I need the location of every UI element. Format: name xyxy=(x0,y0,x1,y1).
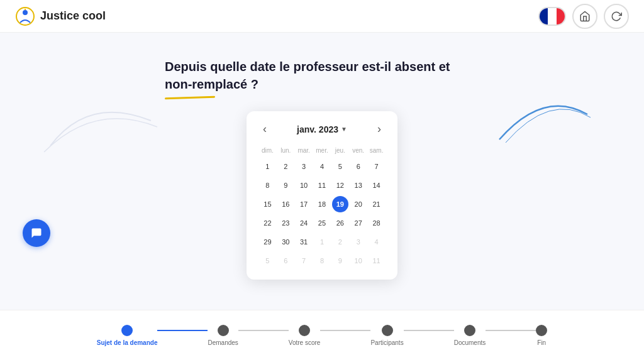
step-label-1: Sujet de la demande xyxy=(97,339,158,346)
calendar-day[interactable]: 8 xyxy=(259,177,275,194)
flag-blue xyxy=(540,8,548,25)
step-dot-2 xyxy=(218,325,229,336)
calendar-day-other[interactable]: 4 xyxy=(369,234,385,250)
calendar-day[interactable]: 24 xyxy=(296,215,312,231)
step-connector-2 xyxy=(238,330,289,331)
calendar-day[interactable]: 4 xyxy=(314,158,330,175)
step-dot-5 xyxy=(464,325,475,336)
calendar-day[interactable]: 6 xyxy=(350,158,367,175)
weekday-sat: sam. xyxy=(368,145,385,156)
calendar-day-other[interactable]: 11 xyxy=(369,253,385,269)
calendar-next-button[interactable]: › xyxy=(374,121,385,137)
calendar-day[interactable]: 16 xyxy=(277,196,294,212)
calendar-day-other[interactable]: 9 xyxy=(332,253,348,269)
calendar-day[interactable]: 3 xyxy=(296,158,312,175)
svg-point-1 xyxy=(23,10,28,15)
calendar-day[interactable]: 9 xyxy=(277,177,294,194)
calendar-day[interactable]: 20 xyxy=(350,196,367,212)
step-dot-6 xyxy=(536,325,547,336)
step-connector-4 xyxy=(404,330,454,331)
calendar-day[interactable]: 28 xyxy=(369,215,385,231)
calendar-day-other[interactable]: 1 xyxy=(314,234,330,250)
step-score: Votre score xyxy=(289,325,321,346)
step-label-5: Documents xyxy=(454,339,486,346)
calendar-day[interactable]: 15 xyxy=(259,196,275,212)
calendar-day-other[interactable]: 5 xyxy=(259,253,275,269)
weekday-thu: jeu. xyxy=(331,145,348,156)
calendar-day[interactable]: 2 xyxy=(277,158,294,175)
calendar-day[interactable]: 29 xyxy=(259,234,275,250)
step-fin: Fin xyxy=(536,325,547,346)
language-flag-button[interactable] xyxy=(538,7,566,26)
calendar-day[interactable]: 14 xyxy=(369,177,385,194)
step-dot-3 xyxy=(299,325,310,336)
calendar-day-other[interactable]: 10 xyxy=(350,253,367,269)
step-label-2: Demandes xyxy=(208,339,238,346)
calendar-day[interactable]: 23 xyxy=(277,215,294,231)
flag-white xyxy=(548,8,556,25)
home-button[interactable] xyxy=(572,4,597,29)
step-connector-1 xyxy=(157,330,208,331)
deco-left xyxy=(38,83,164,158)
header-actions xyxy=(538,4,629,29)
calendar: ‹ janv. 2023 ▼ › dim. lun. mar. mer. jeu… xyxy=(247,111,397,280)
calendar-day-selected[interactable]: 19 xyxy=(332,196,348,212)
logo-text: Justice cool xyxy=(40,9,106,23)
deco-right xyxy=(493,83,594,146)
calendar-month-label: janv. 2023 xyxy=(297,124,338,134)
step-documents: Documents xyxy=(454,325,486,346)
calendar-prev-button[interactable]: ‹ xyxy=(259,121,270,137)
calendar-grid: dim. lun. mar. mer. jeu. ven. sam. 1 2 3… xyxy=(259,145,385,270)
calendar-day[interactable]: 11 xyxy=(314,177,330,194)
calendar-day[interactable]: 27 xyxy=(350,215,367,231)
main-content: Depuis quelle date le professeur est-il … xyxy=(0,33,644,310)
step-sujet: Sujet de la demande xyxy=(97,325,158,346)
calendar-month-selector[interactable]: janv. 2023 ▼ xyxy=(297,124,347,134)
app-header: Justice cool xyxy=(0,0,644,33)
calendar-day[interactable]: 31 xyxy=(296,234,312,250)
calendar-day-other[interactable]: 7 xyxy=(296,253,312,269)
calendar-day[interactable]: 5 xyxy=(332,158,348,175)
step-label-4: Participants xyxy=(370,339,403,346)
chevron-down-icon: ▼ xyxy=(341,126,347,133)
flag-red xyxy=(557,8,565,25)
calendar-header: ‹ janv. 2023 ▼ › xyxy=(259,121,385,137)
weekday-tue: mar. xyxy=(296,145,313,156)
question-text: Depuis quelle date le professeur est-il … xyxy=(165,58,479,99)
logo-icon xyxy=(15,6,35,26)
calendar-day[interactable]: 12 xyxy=(332,177,348,194)
step-demandes: Demandes xyxy=(208,325,238,346)
weekday-sun: dim. xyxy=(259,145,276,156)
step-connector-3 xyxy=(320,330,370,331)
step-connector-5 xyxy=(486,330,536,331)
calendar-day[interactable]: 10 xyxy=(296,177,312,194)
step-label-6: Fin xyxy=(537,339,546,346)
question-label: Depuis quelle date le professeur est-il … xyxy=(165,60,450,91)
weekday-fri: ven. xyxy=(350,145,367,156)
calendar-day-other[interactable]: 3 xyxy=(350,234,367,250)
step-dot-1 xyxy=(121,325,133,336)
weekday-mon: lun. xyxy=(277,145,294,156)
calendar-day[interactable]: 22 xyxy=(259,215,275,231)
calendar-day[interactable]: 18 xyxy=(314,196,330,212)
calendar-day[interactable]: 30 xyxy=(277,234,294,250)
calendar-day-other[interactable]: 6 xyxy=(277,253,294,269)
calendar-day[interactable]: 1 xyxy=(259,158,275,175)
calendar-day[interactable]: 7 xyxy=(369,158,385,175)
logo: Justice cool xyxy=(15,6,106,26)
calendar-day-other[interactable]: 2 xyxy=(332,234,348,250)
step-dot-4 xyxy=(382,325,393,336)
step-participants: Participants xyxy=(370,325,403,346)
question-underline xyxy=(165,96,215,100)
progress-stepper: Sujet de la demande Demandes Votre score… xyxy=(0,310,644,360)
calendar-day[interactable]: 25 xyxy=(314,215,330,231)
calendar-day[interactable]: 13 xyxy=(350,177,367,194)
weekday-wed: mer. xyxy=(314,145,331,156)
calendar-day[interactable]: 26 xyxy=(332,215,348,231)
calendar-day[interactable]: 17 xyxy=(296,196,312,212)
calendar-day-other[interactable]: 8 xyxy=(314,253,330,269)
step-label-3: Votre score xyxy=(289,339,321,346)
refresh-button[interactable] xyxy=(604,4,629,29)
calendar-day[interactable]: 21 xyxy=(369,196,385,212)
chat-button[interactable] xyxy=(23,219,50,247)
